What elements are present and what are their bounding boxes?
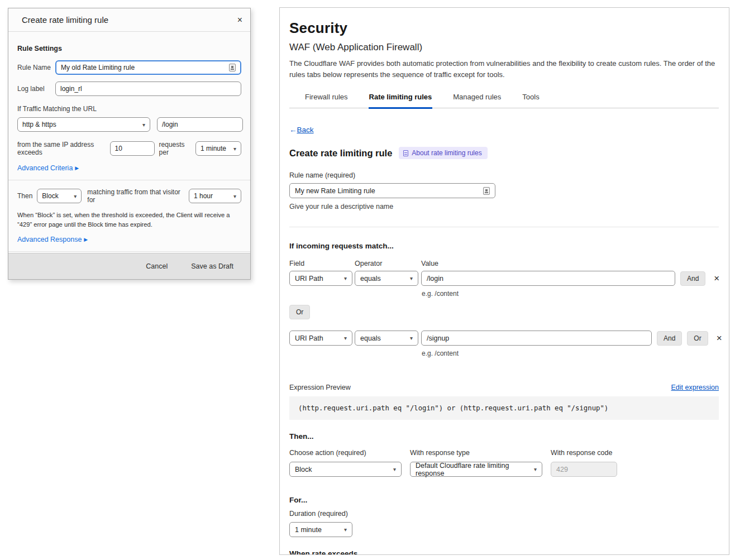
duration-label: Duration (required) <box>289 510 719 518</box>
create-rate-limiting-rule-dialog: Create rate limiting rule × Rule Setting… <box>8 8 251 280</box>
divider <box>8 180 250 180</box>
rules-tabs: Firewall rules Rate limiting rules Manag… <box>289 90 719 108</box>
advanced-criteria-link[interactable]: Advanced Criteria ▶ <box>17 164 79 172</box>
then-section-heading: Then... <box>289 432 719 441</box>
page-subtitle: WAF (Web Application Firewall) <box>289 42 719 53</box>
response-code-value: 429 <box>556 466 568 473</box>
url-match-row: http & https ▾ /login <box>17 117 241 132</box>
operator-select[interactable]: equals ▾ <box>355 331 418 346</box>
document-icon <box>403 150 408 156</box>
chevron-down-icon: ▾ <box>344 335 347 341</box>
value-input[interactable]: /login <box>421 271 675 286</box>
block-duration-select[interactable]: 1 hour ▾ <box>189 189 241 203</box>
response-code-input: 429 <box>551 462 617 477</box>
chevron-down-icon: ▾ <box>142 122 145 128</box>
log-label-label: Log label <box>17 85 55 93</box>
caret-right-icon: ▶ <box>75 165 79 171</box>
security-waf-panel: Security WAF (Web Application Firewall) … <box>279 7 729 555</box>
value-column-label: Value <box>421 260 438 267</box>
about-rate-limiting-badge[interactable]: About rate limiting rules <box>399 147 487 159</box>
dialog-body: Rule Settings Rule Name My old Rate Limi… <box>8 32 250 267</box>
rule-name-input[interactable]: My old Rate Limiting rule <box>55 60 241 75</box>
and-button[interactable]: And <box>657 331 682 346</box>
match-section-heading: If incoming requests match... <box>289 242 719 250</box>
action-select[interactable]: Block ▾ <box>289 462 402 477</box>
chevron-down-icon: ▾ <box>74 193 77 199</box>
chevron-down-icon: ▾ <box>410 335 413 341</box>
about-badge-label: About rate limiting rules <box>412 149 481 157</box>
back-link[interactable]: ←Back <box>289 126 719 134</box>
page-title: Security <box>289 20 719 37</box>
scheme-select[interactable]: http & https ▾ <box>17 117 150 132</box>
action-value: Block <box>42 192 58 200</box>
tab-managed-rules[interactable]: Managed rules <box>452 90 502 109</box>
then-middle: matching traffic from that visitor for <box>87 188 184 204</box>
advanced-response-link[interactable]: Advanced Response ▶ <box>17 236 88 243</box>
threshold-middle: requests per <box>159 141 191 156</box>
tab-firewall-rules[interactable]: Firewall rules <box>304 90 349 109</box>
form-title: Create rate limiting rule <box>289 148 392 159</box>
then-label: Then <box>17 192 32 200</box>
match-row-1: URI Path ▾ equals ▾ /login And × <box>289 271 719 286</box>
rule-name-help: Give your rule a descriptive name <box>289 203 719 210</box>
rule-name-value: My new Rate Limiting rule <box>295 187 375 195</box>
value-text: /signup <box>427 334 449 342</box>
url-value: /login <box>162 121 178 128</box>
then-row: Then Block ▾ matching traffic from that … <box>17 188 241 204</box>
value-input[interactable]: /signup <box>421 331 652 346</box>
edit-expression-link[interactable]: Edit expression <box>671 384 719 391</box>
duration-select[interactable]: 1 minute ▾ <box>289 522 352 537</box>
chevron-down-icon: ▾ <box>344 527 347 533</box>
period-select[interactable]: 1 minute ▾ <box>195 141 241 156</box>
duration-value: 1 minute <box>295 526 322 534</box>
tab-tools[interactable]: Tools <box>522 90 540 109</box>
expression-preview-code: (http.request.uri.path eq "/login") or (… <box>289 396 719 420</box>
rule-settings-heading: Rule Settings <box>17 45 241 52</box>
tab-rate-limiting-rules[interactable]: Rate limiting rules <box>369 90 433 109</box>
response-code-label: With response code <box>551 449 617 457</box>
autofill-icon[interactable] <box>483 187 490 195</box>
threshold-prefix: from the same IP address exceeds <box>17 141 107 156</box>
rule-name-input[interactable]: My new Rate Limiting rule <box>289 183 495 198</box>
block-duration-value: 1 hour <box>194 192 213 200</box>
and-button[interactable]: And <box>680 271 705 286</box>
field-select[interactable]: URI Path ▾ <box>289 331 352 346</box>
operator-select[interactable]: equals ▾ <box>355 271 418 286</box>
threshold-row: from the same IP address exceeds 10 requ… <box>17 141 241 156</box>
page-description: The Cloudflare WAF provides both automat… <box>289 58 719 80</box>
traffic-match-label: If Traffic Matching the URL <box>17 105 241 113</box>
rule-name-label: Rule Name <box>17 64 55 71</box>
or-button[interactable]: Or <box>687 331 708 346</box>
log-label-row: Log label login_rl <box>17 82 241 96</box>
section-divider <box>289 227 719 227</box>
field-value: URI Path <box>295 275 323 283</box>
autofill-icon[interactable] <box>229 64 236 71</box>
close-icon[interactable]: × <box>237 16 242 25</box>
remove-condition-icon[interactable]: × <box>717 333 722 343</box>
chevron-down-icon: ▾ <box>534 466 537 472</box>
choose-action-label: Choose action (required) <box>289 449 410 457</box>
response-type-select[interactable]: Default Cloudflare rate limiting respons… <box>410 462 542 477</box>
url-input[interactable]: /login <box>157 117 243 132</box>
save-as-draft-button[interactable]: Save as Draft <box>191 262 233 270</box>
advanced-criteria-label: Advanced Criteria <box>17 164 73 172</box>
advanced-response-label: Advanced Response <box>17 236 82 243</box>
field-select[interactable]: URI Path ▾ <box>289 271 352 286</box>
back-arrow-icon: ← <box>289 126 297 134</box>
rule-name-label: Rule name (required) <box>289 171 719 179</box>
cancel-button[interactable]: Cancel <box>146 262 168 270</box>
threshold-input[interactable]: 10 <box>110 141 155 156</box>
or-button[interactable]: Or <box>289 305 310 319</box>
scheme-value: http & https <box>22 121 56 128</box>
remove-condition-icon[interactable]: × <box>714 274 719 283</box>
divider <box>8 251 250 252</box>
field-column-label: Field <box>289 260 355 267</box>
rule-name-value: My old Rate Limiting rule <box>61 64 135 71</box>
threshold-value: 10 <box>115 145 122 152</box>
log-label-input[interactable]: login_rl <box>55 82 241 96</box>
response-type-label: With response type <box>410 449 551 457</box>
rule-name-row: Rule Name My old Rate Limiting rule <box>17 60 241 75</box>
operator-value: equals <box>360 334 381 342</box>
action-select[interactable]: Block ▾ <box>37 189 82 203</box>
chevron-down-icon: ▾ <box>344 275 347 281</box>
